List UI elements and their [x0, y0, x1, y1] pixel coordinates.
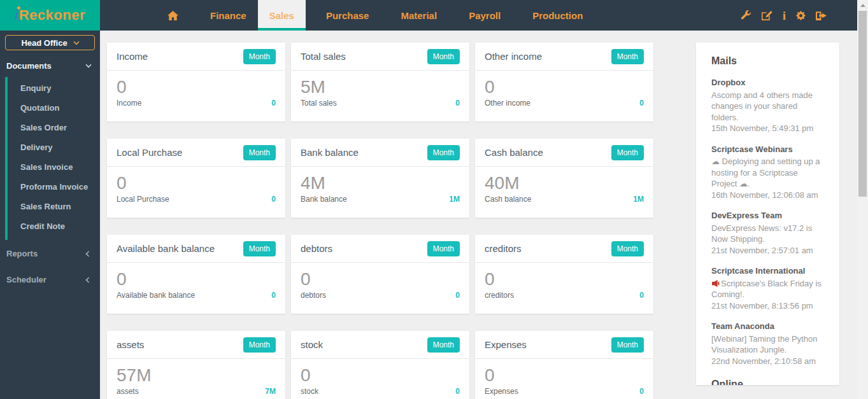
- month-button[interactable]: Month: [611, 49, 644, 64]
- metric-card: creditors Month 0 creditors 0: [475, 235, 653, 314]
- metric-side-value: 0: [639, 387, 644, 396]
- sidebar-item[interactable]: Sales Return: [8, 197, 100, 216]
- metric-side-value: 1M: [449, 195, 460, 204]
- metric-title: creditors: [485, 243, 522, 254]
- sidebar-section-scheduler[interactable]: Scheduler: [0, 267, 100, 292]
- sidebar-item[interactable]: Credit Note: [8, 216, 100, 236]
- metric-side-value: 1M: [633, 195, 644, 204]
- month-button[interactable]: Month: [427, 145, 460, 160]
- sidebar-item[interactable]: Sales Order: [8, 118, 100, 137]
- month-button[interactable]: Month: [427, 337, 460, 353]
- month-button[interactable]: Month: [243, 145, 276, 160]
- office-selector-label: Head Office: [21, 38, 67, 48]
- office-selector[interactable]: Head Office: [5, 35, 95, 50]
- home-button[interactable]: [156, 0, 190, 31]
- metric-card: Income Month 0 Income 0: [107, 43, 285, 122]
- navbar-actions: i: [741, 0, 857, 31]
- tab-purchase[interactable]: Purchase: [315, 0, 381, 31]
- metric-label-row: Income 0: [117, 99, 276, 108]
- metric-value: 0: [117, 77, 276, 97]
- sidebar-section-reports[interactable]: Reports: [0, 241, 100, 266]
- mail-item[interactable]: Team Anaconda [Webinar] Taming the Pytho…: [711, 321, 824, 367]
- mail-date: 15th November, 5:49:31 pm: [711, 123, 824, 134]
- metric-title: Bank balance: [301, 147, 359, 158]
- scrollbar-thumb[interactable]: [858, 11, 867, 197]
- metric-card-body: 40M Cash balance 1M: [475, 167, 653, 204]
- metric-label-row: debtors 0: [301, 291, 460, 300]
- tools-button[interactable]: [741, 10, 751, 21]
- month-button[interactable]: Month: [243, 241, 276, 256]
- month-button[interactable]: Month: [243, 49, 276, 64]
- chevron-left-icon: [85, 277, 91, 283]
- metric-label-row: assets 7M: [117, 387, 276, 396]
- metric-value: 0: [485, 365, 644, 386]
- sidebar: iReckoner Head Office Documents Enquiry …: [0, 0, 100, 399]
- metric-card-body: 4M Bank balance 1M: [291, 167, 469, 204]
- sidebar-item[interactable]: Sales Invoice: [8, 157, 100, 177]
- metric-label-row: stock 0: [301, 387, 460, 396]
- page-scrollbar[interactable]: [857, 0, 868, 399]
- sidebar-item[interactable]: Quotation: [8, 98, 100, 118]
- mails-title: Mails: [711, 55, 824, 67]
- scheduler-label: Scheduler: [6, 275, 46, 284]
- metric-value: 0: [485, 77, 644, 97]
- mail-item[interactable]: Scriptcase International Scriptcase's Bl…: [711, 265, 824, 311]
- metric-card-body: 5M Total sales 0: [291, 71, 469, 108]
- metric-label-row: Other income 0: [485, 99, 644, 108]
- metric-value: 57M: [117, 365, 276, 386]
- tab-payroll[interactable]: Payroll: [457, 0, 512, 31]
- metric-label-row: Bank balance 1M: [301, 195, 460, 204]
- metric-card-body: 0 Other income 0: [475, 71, 653, 108]
- sidebar-section-documents[interactable]: Documents: [0, 54, 100, 77]
- logout-button[interactable]: [816, 11, 827, 20]
- scrollbar-up-button[interactable]: [857, 0, 868, 10]
- documents-submenu: Enquiry Quotation Sales Order Delivery S…: [5, 77, 100, 240]
- metric-card-header: Local Purchase Month: [107, 139, 285, 167]
- mail-item[interactable]: Scriptcase Webinars ☁ Deploying and sett…: [711, 144, 824, 201]
- month-button[interactable]: Month: [243, 337, 276, 353]
- edit-icon: [762, 11, 772, 20]
- sidebar-item[interactable]: Delivery: [8, 137, 100, 157]
- metric-value: 40M: [485, 173, 644, 193]
- online-section-title: Online: [711, 379, 824, 385]
- metric-value: 5M: [301, 77, 460, 97]
- tab-finance[interactable]: Finance: [199, 0, 258, 31]
- mail-sender: Dropbox: [711, 77, 824, 88]
- month-button[interactable]: Month: [427, 49, 460, 64]
- metric-title: Total sales: [301, 51, 346, 62]
- mail-item[interactable]: Dropbox Ascomp and 4 others made changes…: [711, 77, 824, 134]
- tab-sales[interactable]: Sales: [258, 0, 306, 31]
- settings-button[interactable]: [796, 11, 806, 20]
- mail-item[interactable]: DevExpress Team DevExpress News: v17.2 i…: [711, 210, 824, 256]
- metric-value: 0: [485, 269, 644, 290]
- gear-icon: [796, 11, 806, 20]
- megaphone-icon: [711, 280, 720, 287]
- metric-card: assets Month 57M assets 7M: [107, 331, 285, 399]
- month-button[interactable]: Month: [427, 241, 460, 256]
- info-button[interactable]: i: [783, 10, 786, 22]
- metric-title: Income: [117, 51, 148, 62]
- month-button[interactable]: Month: [611, 337, 644, 353]
- metric-label: Available bank balance: [117, 291, 195, 300]
- metric-title: Available bank balance: [117, 243, 215, 254]
- edit-button[interactable]: [762, 11, 772, 20]
- metric-title: Other income: [485, 51, 542, 62]
- metric-side-value: 0: [455, 99, 460, 108]
- metric-card: Available bank balance Month 0 Available…: [107, 235, 285, 314]
- sidebar-item[interactable]: Enquiry: [8, 78, 100, 98]
- metric-card-header: Cash balance Month: [475, 139, 653, 167]
- metric-card-body: 0 debtors 0: [291, 263, 469, 300]
- metric-card-header: debtors Month: [291, 235, 469, 263]
- month-button[interactable]: Month: [611, 145, 644, 160]
- sidebar-item[interactable]: Proforma Invoice: [8, 177, 100, 197]
- tab-production[interactable]: Production: [521, 0, 594, 31]
- month-button[interactable]: Month: [611, 241, 644, 256]
- metric-title: assets: [117, 339, 144, 350]
- metric-side-value: 0: [639, 99, 644, 108]
- home-icon: [167, 11, 178, 20]
- metric-value: 0: [301, 365, 460, 386]
- metric-card-body: 0 Income 0: [107, 71, 285, 108]
- metric-title: debtors: [301, 243, 332, 254]
- metric-card-body: 0 Expenses 0: [475, 359, 653, 396]
- tab-material[interactable]: Material: [389, 0, 448, 31]
